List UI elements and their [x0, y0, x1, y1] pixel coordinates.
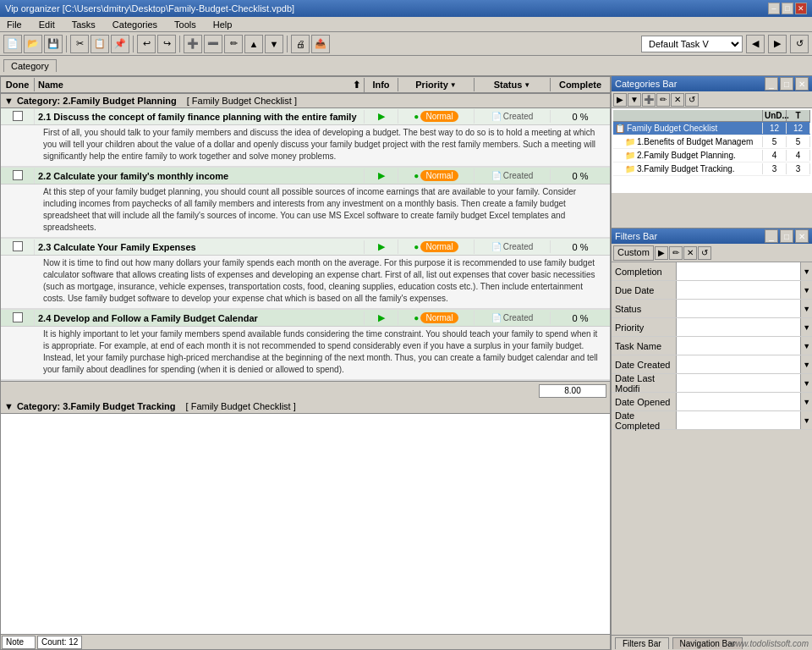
task-2-2-info[interactable]: ▶: [365, 168, 398, 183]
category-3-collapse-icon[interactable]: ▼: [4, 401, 14, 411]
task-2-1-header[interactable]: 2.1 Discuss the concept of family financ…: [1, 108, 610, 125]
note-field[interactable]: Note: [2, 636, 36, 649]
task-2-4-name[interactable]: 2.4 Develop and Follow a Family Budget C…: [35, 311, 365, 325]
maximize-button[interactable]: □: [782, 3, 793, 14]
cat-edit-button[interactable]: ✏: [656, 93, 670, 107]
task-2-3-status[interactable]: 📄 Created: [475, 240, 551, 253]
filter-completion-arrow[interactable]: ▼: [800, 262, 812, 280]
task-2-3-priority[interactable]: ● Normal: [398, 240, 475, 254]
menu-tools[interactable]: Tools: [171, 19, 200, 30]
category-tab[interactable]: Category: [3, 59, 57, 72]
menu-categories[interactable]: Categories: [109, 19, 161, 30]
filter-dateopened-input[interactable]: [677, 393, 800, 410]
filter-delete-button[interactable]: ✕: [683, 246, 697, 260]
cat-delete-button[interactable]: ✕: [671, 93, 684, 107]
task-2-1-checkbox[interactable]: [1, 109, 35, 124]
custom-filter-dropdown[interactable]: Custom: [613, 245, 654, 261]
filter-status-arrow[interactable]: ▼: [800, 300, 812, 317]
menu-tasks[interactable]: Tasks: [69, 19, 99, 30]
filter-apply-button[interactable]: ▶: [655, 246, 668, 260]
task-2-4-status[interactable]: 📄 Created: [475, 311, 551, 324]
task-2-2-priority[interactable]: ● Normal: [398, 168, 475, 183]
task-2-3-header[interactable]: 2.3 Calculate Your Family Expenses ▶ ● N…: [1, 239, 610, 256]
filter-datecompleted-arrow[interactable]: ▼: [800, 411, 812, 429]
task-view-dropdown[interactable]: Default Task V: [641, 36, 743, 52]
task-2-3-name[interactable]: 2.3 Calculate Your Family Expenses: [35, 240, 365, 254]
delete-task-button[interactable]: ➖: [204, 35, 222, 53]
cat-add-button[interactable]: ➕: [642, 93, 656, 107]
move-down-button[interactable]: ▼: [265, 35, 283, 53]
cat-panel-close[interactable]: ✕: [795, 77, 809, 91]
name-sort-icon[interactable]: ⬆: [353, 80, 360, 91]
cat-panel-maximize[interactable]: □: [780, 77, 793, 91]
save-button[interactable]: 💾: [44, 35, 63, 53]
filter-duedate-input[interactable]: [677, 281, 800, 299]
paste-button[interactable]: 📌: [111, 35, 129, 53]
minimize-button[interactable]: –: [768, 3, 780, 14]
refresh-button[interactable]: ↺: [790, 35, 809, 53]
filter-panel-maximize[interactable]: □: [780, 229, 793, 243]
status-sort-btn[interactable]: ▼: [524, 81, 530, 89]
close-button[interactable]: ✕: [795, 3, 807, 14]
filter-taskname-input[interactable]: [677, 337, 800, 355]
task-2-4-priority[interactable]: ● Normal: [398, 311, 475, 325]
filter-duedate-arrow[interactable]: ▼: [800, 281, 812, 299]
filter-edit-button[interactable]: ✏: [669, 246, 683, 260]
filter-datecreated-arrow[interactable]: ▼: [800, 355, 812, 373]
task-2-3-checkbox[interactable]: [1, 240, 35, 255]
filter-datelastmod-arrow[interactable]: ▼: [800, 374, 812, 392]
view-button1[interactable]: ◀: [746, 35, 765, 53]
tree-row-2[interactable]: 📁 2.Family Budget Planning. 4 4: [613, 149, 810, 162]
filter-taskname-arrow[interactable]: ▼: [800, 337, 812, 355]
new-button[interactable]: 📄: [3, 35, 22, 53]
filter-priority-input[interactable]: [677, 318, 800, 336]
filter-priority-arrow[interactable]: ▼: [800, 318, 812, 336]
checkbox-2-2[interactable]: [13, 170, 23, 180]
task-2-4-header[interactable]: 2.4 Develop and Follow a Family Budget C…: [1, 310, 610, 327]
move-up-button[interactable]: ▲: [244, 35, 263, 53]
tree-row-3[interactable]: 📁 3.Family Budget Tracking. 3 3: [613, 162, 810, 176]
export-button[interactable]: 📤: [311, 35, 330, 53]
task-2-2-name[interactable]: 2.2 Calculate your family's monthly inco…: [35, 169, 365, 183]
print-button[interactable]: 🖨: [291, 35, 310, 53]
checkbox-2-1[interactable]: [13, 111, 23, 121]
undo-button[interactable]: ↩: [137, 35, 156, 53]
task-2-3-info[interactable]: ▶: [365, 240, 398, 254]
filter-status-input[interactable]: [677, 300, 800, 317]
task-2-2-checkbox[interactable]: [1, 168, 35, 184]
task-2-4-checkbox[interactable]: [1, 311, 35, 326]
filter-panel-minimize[interactable]: _: [765, 229, 778, 243]
filter-panel-close[interactable]: ✕: [795, 229, 809, 243]
edit-task-button[interactable]: ✏: [224, 35, 243, 53]
task-2-2-header[interactable]: 2.2 Calculate your family's monthly inco…: [1, 168, 610, 185]
cat-refresh-button[interactable]: ↺: [685, 93, 699, 107]
cut-button[interactable]: ✂: [70, 35, 89, 53]
copy-button[interactable]: 📋: [91, 35, 109, 53]
cat-panel-minimize[interactable]: _: [765, 77, 778, 91]
priority-sort-btn[interactable]: ▼: [450, 81, 457, 89]
add-task-button[interactable]: ➕: [184, 35, 202, 53]
filter-datecompleted-input[interactable]: [677, 411, 800, 429]
menu-edit[interactable]: Edit: [36, 19, 58, 30]
filter-completion-input[interactable]: [677, 262, 800, 280]
task-2-4-info[interactable]: ▶: [365, 311, 398, 325]
menu-file[interactable]: File: [3, 19, 25, 30]
filter-refresh-button[interactable]: ↺: [698, 246, 711, 260]
task-2-1-info[interactable]: ▶: [365, 109, 398, 124]
category-2-collapse-icon[interactable]: ▼: [4, 96, 14, 106]
open-button[interactable]: 📂: [24, 35, 42, 53]
task-2-2-status[interactable]: 📄 Created: [475, 169, 551, 182]
task-2-1-priority[interactable]: ● Normal: [398, 109, 475, 124]
cat-expand-button[interactable]: ▶: [613, 93, 627, 107]
task-scroll-area[interactable]: ▼ Category: 2.Family Budget Planning [ F…: [1, 94, 610, 634]
checkbox-2-4[interactable]: [13, 312, 23, 322]
filter-datecreated-input[interactable]: [677, 355, 800, 373]
tree-row-1[interactable]: 📁 1.Benefits of Budget Managem 5 5: [613, 135, 810, 149]
task-2-1-name[interactable]: 2.1 Discuss the concept of family financ…: [35, 110, 365, 124]
checkbox-2-3[interactable]: [13, 241, 23, 251]
task-2-1-status[interactable]: 📄 Created: [475, 110, 551, 123]
redo-button[interactable]: ↪: [157, 35, 176, 53]
filter-datelastmod-input[interactable]: [677, 374, 800, 392]
menu-help[interactable]: Help: [210, 19, 236, 30]
filter-dateopened-arrow[interactable]: ▼: [800, 393, 812, 410]
